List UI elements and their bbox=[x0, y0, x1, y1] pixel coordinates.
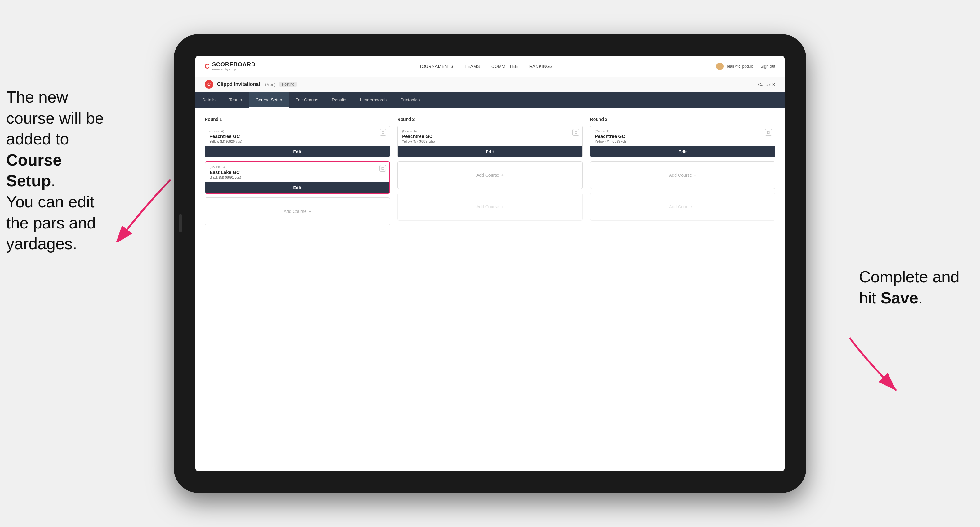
nav-right: blair@clippd.io | Sign out bbox=[716, 63, 775, 70]
content-area: Round 1 (Course A) Peachtree GC Yellow (… bbox=[196, 108, 784, 471]
course-a-edit-button[interactable]: Edit bbox=[205, 146, 390, 157]
tournament-gender: (Men) bbox=[265, 82, 276, 87]
user-email: blair@clippd.io bbox=[727, 64, 753, 68]
sign-out-link[interactable]: Sign out bbox=[760, 64, 775, 68]
tablet-screen: C SCOREBOARD Powered by clippd TOURNAMEN… bbox=[196, 56, 784, 471]
cancel-button[interactable]: Cancel ✕ bbox=[758, 82, 775, 87]
nav-link-tournaments[interactable]: TOURNAMENTS bbox=[419, 64, 453, 69]
nav-logo: C SCOREBOARD Powered by clippd bbox=[205, 61, 256, 71]
round-1-add-course-button[interactable]: Add Course + bbox=[205, 197, 390, 225]
course-b-details: Black (M) (6891 yds) bbox=[210, 175, 385, 179]
round-3-course-a-name: Peachtree GC bbox=[595, 133, 771, 139]
round-3-course-a-tag: (Course A) bbox=[595, 130, 771, 133]
nav-link-rankings[interactable]: RANKINGS bbox=[530, 64, 553, 69]
course-a-delete-button[interactable]: □ bbox=[380, 129, 387, 136]
round-2-add-course-disabled: Add Course + bbox=[397, 193, 582, 221]
tablet-device: C SCOREBOARD Powered by clippd TOURNAMEN… bbox=[174, 34, 806, 493]
round-3-add-course-button[interactable]: Add Course + bbox=[590, 161, 775, 189]
tab-printables[interactable]: Printables bbox=[393, 92, 426, 108]
logo-text: SCOREBOARD bbox=[212, 61, 256, 68]
tab-course-setup[interactable]: Course Setup bbox=[249, 92, 289, 108]
round-1-label: Round 1 bbox=[205, 117, 390, 122]
tab-leaderboards[interactable]: Leaderboards bbox=[353, 92, 393, 108]
course-a-tag: (Course A) bbox=[209, 130, 385, 133]
tournament-status: Hosting bbox=[279, 81, 297, 87]
round-3-course-a-edit-button[interactable]: Edit bbox=[590, 146, 775, 157]
nav-link-teams[interactable]: TEAMS bbox=[465, 64, 480, 69]
round-2-course-a-card: (Course A) Peachtree GC Yellow (M) (6629… bbox=[397, 125, 582, 157]
tournament-logo: C bbox=[205, 80, 213, 89]
round-2-course-a-details: Yellow (M) (6629 yds) bbox=[402, 140, 578, 143]
course-b-name: East Lake GC bbox=[210, 170, 385, 175]
round-1-course-b-card: (Course B) East Lake GC Black (M) (6891 … bbox=[205, 161, 390, 194]
nav-links: TOURNAMENTS TEAMS COMMITTEE RANKINGS bbox=[419, 64, 553, 69]
round-2-label: Round 2 bbox=[397, 117, 582, 122]
rounds-grid: Round 1 (Course A) Peachtree GC Yellow (… bbox=[205, 117, 775, 229]
round-3-add-course-disabled: Add Course + bbox=[590, 193, 775, 221]
round-1-course-a-card: (Course A) Peachtree GC Yellow (M) (6629… bbox=[205, 125, 390, 157]
course-a-header: (Course A) Peachtree GC Yellow (M) (6629… bbox=[205, 126, 390, 146]
tournament-bar: C Clippd Invitational (Men) Hosting Canc… bbox=[196, 77, 784, 92]
course-b-delete-button[interactable]: □ bbox=[379, 165, 386, 172]
annotation-right: Complete and hit Save. bbox=[859, 267, 971, 308]
round-2-column: Round 2 (Course A) Peachtree GC Yellow (… bbox=[397, 117, 582, 229]
annotation-left: The new course will be added to Course S… bbox=[6, 87, 105, 254]
tournament-info: C Clippd Invitational (Men) Hosting bbox=[205, 80, 297, 89]
tab-results[interactable]: Results bbox=[325, 92, 353, 108]
tab-teams[interactable]: Teams bbox=[222, 92, 249, 108]
course-b-tag: (Course B) bbox=[210, 165, 385, 169]
round-2-course-a-delete-button[interactable]: □ bbox=[573, 129, 579, 136]
course-b-edit-button[interactable]: Edit bbox=[205, 182, 389, 193]
round-3-course-a-header: (Course A) Peachtree GC Yellow (M) (6629… bbox=[590, 126, 775, 146]
round-2-course-a-tag: (Course A) bbox=[402, 130, 578, 133]
course-a-name: Peachtree GC bbox=[209, 133, 385, 139]
round-2-course-a-name: Peachtree GC bbox=[402, 133, 578, 139]
round-3-course-a-details: Yellow (M) (6629 yds) bbox=[595, 140, 771, 143]
course-a-details: Yellow (M) (6629 yds) bbox=[209, 140, 385, 143]
logo-sub: Powered by clippd bbox=[212, 68, 256, 71]
arrow-right-icon bbox=[831, 332, 918, 400]
user-avatar bbox=[716, 63, 724, 70]
course-b-header: (Course B) East Lake GC Black (M) (6891 … bbox=[205, 162, 389, 182]
round-3-label: Round 3 bbox=[590, 117, 775, 122]
round-3-column: Round 3 (Course A) Peachtree GC Yellow (… bbox=[590, 117, 775, 229]
round-3-course-a-delete-button[interactable]: □ bbox=[765, 129, 772, 136]
nav-separator: | bbox=[756, 64, 757, 68]
round-2-course-a-header: (Course A) Peachtree GC Yellow (M) (6629… bbox=[398, 126, 582, 146]
round-1-column: Round 1 (Course A) Peachtree GC Yellow (… bbox=[205, 117, 390, 229]
tab-bar: Details Teams Course Setup Tee Groups Re… bbox=[196, 92, 784, 108]
round-2-add-course-button[interactable]: Add Course + bbox=[397, 161, 582, 189]
tournament-name: Clippd Invitational bbox=[217, 81, 260, 87]
arrow-left-icon bbox=[102, 174, 183, 242]
tab-tee-groups[interactable]: Tee Groups bbox=[289, 92, 325, 108]
nav-link-committee[interactable]: COMMITTEE bbox=[491, 64, 518, 69]
top-nav: C SCOREBOARD Powered by clippd TOURNAMEN… bbox=[196, 56, 784, 77]
round-3-course-a-card: (Course A) Peachtree GC Yellow (M) (6629… bbox=[590, 125, 775, 157]
tab-details[interactable]: Details bbox=[196, 92, 222, 108]
round-2-course-a-edit-button[interactable]: Edit bbox=[398, 146, 582, 157]
